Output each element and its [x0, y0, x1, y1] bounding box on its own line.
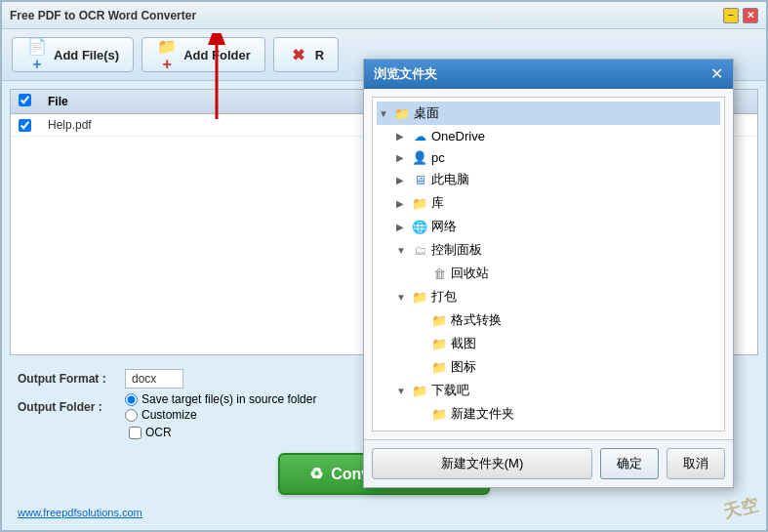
tree-item-desktop[interactable]: ▼ 📁 桌面 [377, 102, 720, 125]
network-icon: 🌐 [412, 219, 427, 234]
customize-radio[interactable] [125, 409, 138, 422]
ocr-checkbox[interactable] [129, 427, 141, 439]
chevron-down-icon: ▼ [396, 386, 408, 396]
header-check [19, 94, 48, 109]
tree-item-library[interactable]: ▶ 📁 库 [377, 191, 720, 215]
tree-label-library: 库 [431, 194, 444, 212]
tree-item-onedrive[interactable]: ▶ ☁ OneDrive [377, 125, 720, 146]
tree-item-new-folder[interactable]: 📁 新建文件夹 [377, 402, 720, 426]
customize-label: Customize [141, 408, 197, 422]
new-folder-button[interactable]: 新建文件夹(M) [372, 448, 592, 479]
control-panel-icon: 🗂 [412, 242, 427, 258]
tree-label-pack: 打包 [431, 288, 457, 306]
folder-blue-icon: 📁 [394, 105, 410, 121]
chevron-right-icon: ▶ [396, 131, 408, 142]
dialog-footer: 新建文件夹(M) 确定 取消 [364, 439, 733, 487]
chevron-right-icon: ▶ [396, 152, 408, 163]
tree-item-recycle[interactable]: 🗑 回收站 [377, 262, 720, 285]
convert-icon: ♻ [309, 465, 323, 483]
tree-label-control-panel: 控制面板 [431, 241, 482, 259]
add-folder-button[interactable]: 📁+ Add Folder [141, 37, 265, 72]
save-source-radio[interactable] [125, 393, 138, 406]
output-folder-options: Save target file(s) in source folder Cus… [125, 392, 316, 422]
folder-icon: 📁 [431, 359, 447, 375]
tree-label-screenshot: 截图 [451, 335, 476, 352]
output-format-label: Output Format : [18, 372, 125, 386]
computer-icon: 🖥 [412, 172, 427, 187]
chevron-down-icon: ▼ [379, 108, 390, 119]
chevron-down-icon: ▼ [396, 292, 408, 303]
title-bar: Free PDF to OCR Word Converter − ✕ [2, 2, 766, 29]
customize-option: Customize [125, 408, 316, 422]
folder-icon: 📁 [431, 312, 447, 328]
tree-item-pc[interactable]: ▶ 👤 pc [377, 146, 720, 168]
close-button[interactable]: ✕ [743, 8, 758, 23]
ocr-label: OCR [145, 426, 172, 439]
tree-label-icon-folder: 图标 [451, 358, 476, 376]
footer: www.freepdfsolutions.com [10, 503, 758, 522]
tree-label-download: 下载吧 [431, 382, 469, 399]
output-folder-label: Output Folder : [18, 400, 125, 414]
save-source-label: Save target file(s) in source folder [141, 392, 316, 406]
tree-item-format-convert[interactable]: 📁 格式转换 [377, 308, 720, 332]
dialog-body: ▼ 📁 桌面 ▶ ☁ OneDrive ▶ 👤 pc [364, 89, 733, 439]
tree-label-network: 网络 [431, 218, 457, 235]
folder-icon: 📁 [431, 406, 447, 422]
folder-icon: 📁 [412, 383, 427, 398]
remove-button[interactable]: ✖ R [273, 37, 339, 72]
tree-item-computer[interactable]: ▶ 🖥 此电脑 [377, 168, 720, 191]
chevron-right-icon: ▶ [396, 175, 408, 185]
row-checkbox-cell [19, 119, 48, 132]
browse-folder-dialog: 浏览文件夹 ✕ ▼ 📁 桌面 ▶ ☁ OneDrive [363, 59, 734, 488]
cancel-button[interactable]: 取消 [667, 448, 725, 479]
add-files-button[interactable]: 📄+ Add File(s) [12, 37, 134, 72]
app-window: Free PDF to OCR Word Converter − ✕ 📄+ Ad… [0, 0, 768, 532]
dialog-title-bar: 浏览文件夹 ✕ [364, 60, 733, 89]
save-source-option: Save target file(s) in source folder [125, 392, 316, 406]
row-checkbox[interactable] [19, 119, 31, 132]
select-all-checkbox[interactable] [19, 94, 31, 106]
add-files-label: Add File(s) [54, 48, 119, 62]
tree-item-pack[interactable]: ▼ 📁 打包 [377, 285, 720, 308]
footer-url[interactable]: www.freepdfsolutions.com [18, 507, 142, 518]
tree-item-network[interactable]: ▶ 🌐 网络 [377, 215, 720, 238]
remove-label: R [315, 48, 324, 62]
tree-label-pc: pc [431, 150, 445, 165]
add-folder-label: Add Folder [183, 48, 251, 62]
add-file-icon: 📄+ [26, 44, 48, 65]
chevron-right-icon: ▶ [396, 198, 408, 209]
tree-item-screenshot[interactable]: 📁 截图 [377, 332, 720, 355]
folder-icon: 📁 [412, 289, 427, 305]
minimize-button[interactable]: − [723, 8, 739, 23]
output-format-value: docx [125, 369, 183, 389]
tree-label-recycle: 回收站 [451, 265, 489, 282]
folder-icon: 📁 [431, 336, 447, 351]
remove-icon: ✖ [288, 44, 309, 65]
app-title: Free PDF to OCR Word Converter [10, 9, 196, 22]
title-controls: − ✕ [723, 8, 758, 23]
tree-label-format-convert: 格式转换 [451, 311, 502, 329]
tree-item-icon-folder[interactable]: 📁 图标 [377, 355, 720, 379]
tree-item-control-panel[interactable]: ▼ 🗂 控制面板 [377, 238, 720, 262]
folder-icon: 📁 [412, 195, 427, 211]
dialog-close-button[interactable]: ✕ [710, 66, 723, 82]
recycle-bin-icon: 🗑 [431, 266, 447, 281]
tree-container[interactable]: ▼ 📁 桌面 ▶ ☁ OneDrive ▶ 👤 pc [372, 97, 725, 431]
tree-label-desktop: 桌面 [414, 104, 439, 122]
dialog-title: 浏览文件夹 [374, 65, 437, 83]
tree-label-computer: 此电脑 [431, 171, 469, 188]
tree-item-download[interactable]: ▼ 📁 下载吧 [377, 379, 720, 402]
confirm-button[interactable]: 确定 [600, 448, 659, 479]
tree-label-new-folder: 新建文件夹 [451, 405, 514, 423]
add-folder-icon: 📁+ [156, 44, 178, 65]
user-icon: 👤 [412, 149, 427, 165]
chevron-down-icon: ▼ [396, 245, 408, 256]
onedrive-icon: ☁ [412, 128, 427, 143]
chevron-right-icon: ▶ [396, 222, 408, 232]
tree-label-onedrive: OneDrive [431, 129, 485, 143]
